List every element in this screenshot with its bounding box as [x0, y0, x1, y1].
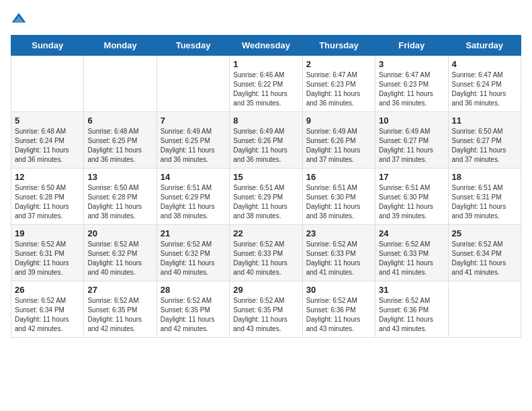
calendar-header: SundayMondayTuesdayWednesdayThursdayFrid…	[11, 36, 521, 56]
day-number: 4	[452, 59, 517, 69]
day-info: Sunrise: 6:52 AM Sunset: 6:36 PM Dayligh…	[306, 296, 371, 334]
logo	[11, 11, 30, 27]
day-number: 31	[379, 285, 444, 295]
weekday-header: Wednesday	[230, 36, 302, 56]
day-info: Sunrise: 6:52 AM Sunset: 6:36 PM Dayligh…	[379, 296, 444, 334]
day-number: 29	[233, 285, 298, 295]
calendar-day-cell: 5Sunrise: 6:48 AM Sunset: 6:24 PM Daylig…	[11, 112, 84, 169]
day-info: Sunrise: 6:48 AM Sunset: 6:25 PM Dayligh…	[87, 127, 152, 165]
day-number: 14	[161, 172, 226, 182]
calendar-day-cell: 15Sunrise: 6:51 AM Sunset: 6:29 PM Dayli…	[230, 169, 302, 225]
calendar-day-cell: 10Sunrise: 6:49 AM Sunset: 6:27 PM Dayli…	[375, 112, 448, 169]
day-info: Sunrise: 6:51 AM Sunset: 6:30 PM Dayligh…	[306, 183, 371, 221]
calendar-day-cell: 29Sunrise: 6:52 AM Sunset: 6:35 PM Dayli…	[230, 281, 302, 338]
day-info: Sunrise: 6:52 AM Sunset: 6:35 PM Dayligh…	[161, 296, 226, 334]
day-info: Sunrise: 6:52 AM Sunset: 6:32 PM Dayligh…	[87, 240, 152, 277]
day-number: 9	[306, 116, 371, 126]
day-info: Sunrise: 6:47 AM Sunset: 6:23 PM Dayligh…	[306, 71, 371, 108]
calendar-week-row: 5Sunrise: 6:48 AM Sunset: 6:24 PM Daylig…	[11, 112, 521, 169]
calendar-body: 1Sunrise: 6:46 AM Sunset: 6:22 PM Daylig…	[11, 56, 521, 338]
day-number: 2	[306, 59, 371, 69]
calendar-day-cell: 2Sunrise: 6:47 AM Sunset: 6:23 PM Daylig…	[302, 56, 375, 112]
day-number: 3	[379, 59, 444, 69]
day-info: Sunrise: 6:46 AM Sunset: 6:22 PM Dayligh…	[233, 71, 298, 108]
day-number: 25	[452, 228, 517, 238]
day-info: Sunrise: 6:51 AM Sunset: 6:29 PM Dayligh…	[161, 183, 226, 221]
day-number: 11	[452, 116, 517, 126]
day-number: 28	[161, 285, 226, 295]
day-info: Sunrise: 6:49 AM Sunset: 6:27 PM Dayligh…	[379, 127, 444, 165]
day-info: Sunrise: 6:50 AM Sunset: 6:28 PM Dayligh…	[87, 183, 152, 221]
day-number: 24	[379, 228, 444, 238]
calendar-day-cell: 22Sunrise: 6:52 AM Sunset: 6:33 PM Dayli…	[230, 225, 302, 281]
day-info: Sunrise: 6:52 AM Sunset: 6:34 PM Dayligh…	[15, 296, 80, 334]
calendar-day-cell: 3Sunrise: 6:47 AM Sunset: 6:23 PM Daylig…	[375, 56, 448, 112]
day-info: Sunrise: 6:49 AM Sunset: 6:26 PM Dayligh…	[306, 127, 371, 165]
day-info: Sunrise: 6:52 AM Sunset: 6:31 PM Dayligh…	[15, 240, 80, 277]
calendar-day-cell: 26Sunrise: 6:52 AM Sunset: 6:34 PM Dayli…	[11, 281, 84, 338]
calendar-day-cell: 14Sunrise: 6:51 AM Sunset: 6:29 PM Dayli…	[157, 169, 229, 225]
calendar-day-cell: 25Sunrise: 6:52 AM Sunset: 6:34 PM Dayli…	[448, 225, 521, 281]
calendar-day-cell: 19Sunrise: 6:52 AM Sunset: 6:31 PM Dayli…	[11, 225, 84, 281]
day-number: 21	[161, 228, 226, 238]
calendar-day-cell: 27Sunrise: 6:52 AM Sunset: 6:35 PM Dayli…	[84, 281, 157, 338]
day-number: 12	[15, 172, 80, 182]
calendar-week-row: 19Sunrise: 6:52 AM Sunset: 6:31 PM Dayli…	[11, 225, 521, 281]
day-info: Sunrise: 6:50 AM Sunset: 6:27 PM Dayligh…	[452, 127, 517, 165]
day-number: 7	[161, 116, 226, 126]
calendar-day-cell	[11, 56, 84, 112]
calendar-day-cell: 9Sunrise: 6:49 AM Sunset: 6:26 PM Daylig…	[302, 112, 375, 169]
calendar-day-cell: 28Sunrise: 6:52 AM Sunset: 6:35 PM Dayli…	[157, 281, 229, 338]
day-info: Sunrise: 6:51 AM Sunset: 6:31 PM Dayligh…	[452, 183, 517, 221]
day-info: Sunrise: 6:52 AM Sunset: 6:33 PM Dayligh…	[306, 240, 371, 277]
day-info: Sunrise: 6:47 AM Sunset: 6:24 PM Dayligh…	[452, 71, 517, 108]
calendar-day-cell: 24Sunrise: 6:52 AM Sunset: 6:33 PM Dayli…	[375, 225, 448, 281]
day-info: Sunrise: 6:50 AM Sunset: 6:28 PM Dayligh…	[15, 183, 80, 221]
weekday-row: SundayMondayTuesdayWednesdayThursdayFrid…	[11, 36, 521, 56]
calendar-day-cell: 16Sunrise: 6:51 AM Sunset: 6:30 PM Dayli…	[302, 169, 375, 225]
day-number: 27	[87, 285, 152, 295]
day-number: 8	[233, 116, 298, 126]
calendar-day-cell: 17Sunrise: 6:51 AM Sunset: 6:30 PM Dayli…	[375, 169, 448, 225]
day-info: Sunrise: 6:51 AM Sunset: 6:29 PM Dayligh…	[233, 183, 298, 221]
calendar-day-cell: 7Sunrise: 6:49 AM Sunset: 6:25 PM Daylig…	[157, 112, 229, 169]
calendar-day-cell: 18Sunrise: 6:51 AM Sunset: 6:31 PM Dayli…	[448, 169, 521, 225]
day-info: Sunrise: 6:52 AM Sunset: 6:33 PM Dayligh…	[233, 240, 298, 277]
day-number: 30	[306, 285, 371, 295]
calendar-day-cell: 12Sunrise: 6:50 AM Sunset: 6:28 PM Dayli…	[11, 169, 84, 225]
day-number: 13	[87, 172, 152, 182]
weekday-header: Monday	[84, 36, 157, 56]
day-info: Sunrise: 6:49 AM Sunset: 6:25 PM Dayligh…	[161, 127, 226, 165]
day-info: Sunrise: 6:48 AM Sunset: 6:24 PM Dayligh…	[15, 127, 80, 165]
calendar-day-cell: 13Sunrise: 6:50 AM Sunset: 6:28 PM Dayli…	[84, 169, 157, 225]
day-number: 20	[87, 228, 152, 238]
day-info: Sunrise: 6:52 AM Sunset: 6:35 PM Dayligh…	[233, 296, 298, 334]
calendar-day-cell: 21Sunrise: 6:52 AM Sunset: 6:32 PM Dayli…	[157, 225, 229, 281]
day-number: 18	[452, 172, 517, 182]
day-info: Sunrise: 6:52 AM Sunset: 6:32 PM Dayligh…	[161, 240, 226, 277]
day-number: 10	[379, 116, 444, 126]
day-number: 23	[306, 228, 371, 238]
day-info: Sunrise: 6:49 AM Sunset: 6:26 PM Dayligh…	[233, 127, 298, 165]
weekday-header: Thursday	[302, 36, 375, 56]
day-info: Sunrise: 6:47 AM Sunset: 6:23 PM Dayligh…	[379, 71, 444, 108]
calendar-table: SundayMondayTuesdayWednesdayThursdayFrid…	[11, 35, 521, 338]
calendar-week-row: 12Sunrise: 6:50 AM Sunset: 6:28 PM Dayli…	[11, 169, 521, 225]
weekday-header: Friday	[375, 36, 448, 56]
page-header	[11, 11, 521, 27]
calendar-day-cell: 8Sunrise: 6:49 AM Sunset: 6:26 PM Daylig…	[230, 112, 302, 169]
calendar-day-cell	[157, 56, 229, 112]
day-number: 19	[15, 228, 80, 238]
day-info: Sunrise: 6:51 AM Sunset: 6:30 PM Dayligh…	[379, 183, 444, 221]
calendar-day-cell	[84, 56, 157, 112]
calendar-day-cell: 6Sunrise: 6:48 AM Sunset: 6:25 PM Daylig…	[84, 112, 157, 169]
calendar-day-cell: 23Sunrise: 6:52 AM Sunset: 6:33 PM Dayli…	[302, 225, 375, 281]
day-number: 6	[87, 116, 152, 126]
calendar-day-cell: 30Sunrise: 6:52 AM Sunset: 6:36 PM Dayli…	[302, 281, 375, 338]
day-number: 26	[15, 285, 80, 295]
day-info: Sunrise: 6:52 AM Sunset: 6:35 PM Dayligh…	[87, 296, 152, 334]
weekday-header: Saturday	[448, 36, 521, 56]
day-number: 1	[233, 59, 298, 69]
calendar-day-cell: 20Sunrise: 6:52 AM Sunset: 6:32 PM Dayli…	[84, 225, 157, 281]
weekday-header: Sunday	[11, 36, 84, 56]
